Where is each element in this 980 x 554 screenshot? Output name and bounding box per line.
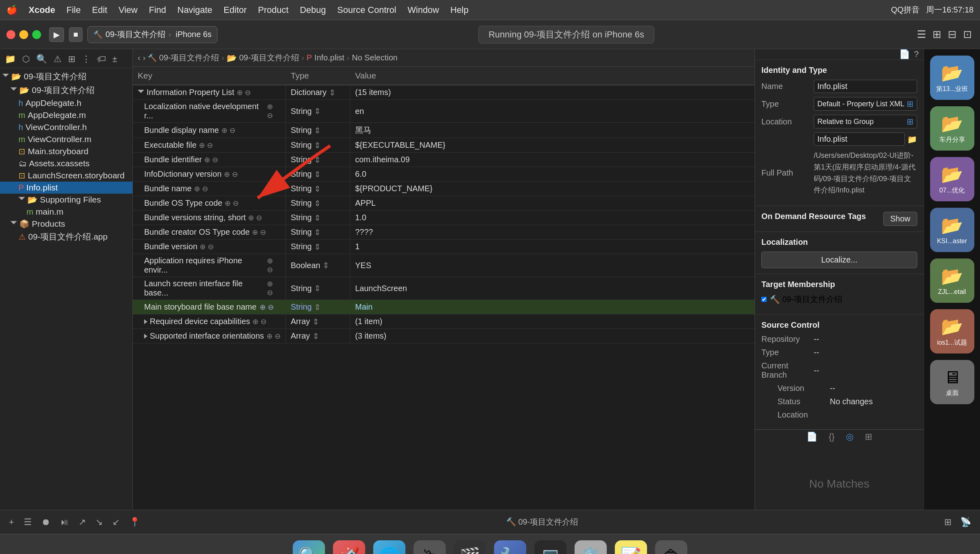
add-file-btn[interactable]: + [6, 515, 17, 529]
doc-inspector-icon[interactable]: 📄 [899, 49, 910, 60]
nav-item-main-m[interactable]: m main.m [0, 206, 132, 218]
name-field[interactable]: Info.plist [814, 80, 917, 93]
nav-icon-right[interactable]: › [143, 53, 146, 62]
menu-source-control[interactable]: Source Control [337, 5, 397, 15]
nav-item-products[interactable]: 📦 Products [0, 218, 132, 230]
doc-tab-btn[interactable]: 📄 [803, 430, 821, 444]
minimize-button[interactable] [19, 30, 28, 39]
menu-find[interactable]: Find [149, 5, 166, 15]
nav-item-assets[interactable]: 🗂 Assets.xcassets [0, 157, 132, 170]
dock-steermouse[interactable]: 🖱 [414, 540, 446, 554]
table-row[interactable]: Bundle versions string, short⊕ ⊖ String⇕… [133, 211, 755, 225]
dock-xcode[interactable]: 🔧 [494, 540, 526, 554]
breadcrumb-part-2[interactable]: 09-项目文件介绍 [239, 52, 299, 63]
nav-item-supporting-files[interactable]: 📂 Supporting Files [0, 194, 132, 206]
tags-icon[interactable]: 🏷 [95, 53, 108, 65]
folder-icon[interactable]: 📁 [3, 53, 17, 65]
grid-tab-btn[interactable]: ⊞ [862, 430, 875, 444]
table-row[interactable]: Application requires iPhone envir...⊕ ⊖ … [133, 254, 755, 277]
close-button[interactable] [6, 30, 15, 39]
diff-icon[interactable]: ± [111, 53, 119, 65]
dock-trash[interactable]: 🗑 [655, 540, 687, 554]
nav-item-launchscreen[interactable]: ⊡ LaunchScreen.storyboard [0, 170, 132, 182]
table-row[interactable]: Bundle OS Type code⊕ ⊖ String⇕ APPL [133, 196, 755, 211]
run-button[interactable]: ▶ [49, 27, 64, 42]
desktop-icon-0[interactable]: 📂 第13...业班 [930, 56, 974, 100]
dock-terminal[interactable]: 💻 [534, 540, 566, 554]
show-button[interactable]: Show [883, 212, 917, 226]
desktop-icon-4[interactable]: 📂 ZJL...etail [930, 258, 974, 303]
question-icon[interactable]: ? [914, 49, 919, 60]
file-name-field[interactable]: Info.plist [814, 132, 905, 146]
table-row[interactable]: Required device capabilities ⊕ ⊖ Array⇕ … [133, 314, 755, 329]
navigator-toggle-icon[interactable]: ☰ [915, 27, 928, 42]
step-over-btn[interactable]: ↗ [76, 515, 88, 529]
nav-item-viewcontroller-h[interactable]: h ViewController.h [0, 121, 132, 133]
row-expand-icon[interactable] [144, 334, 147, 339]
step-out-btn[interactable]: ↙ [110, 515, 122, 529]
layout-icon[interactable]: ⊞ [942, 515, 954, 529]
menu-file[interactable]: File [66, 5, 81, 15]
target-tab-btn[interactable]: ◎ [843, 430, 857, 444]
layout-icon-3[interactable]: ⊡ [961, 27, 974, 42]
plist-row-root[interactable]: Information Property List ⊕ ⊖ Dictionary… [133, 85, 755, 100]
desktop-icon-2[interactable]: 📂 07...优化 [930, 157, 974, 201]
nav-item-info-plist[interactable]: P Info.plist [0, 182, 132, 194]
menu-view[interactable]: View [118, 5, 137, 15]
plist-row-selected[interactable]: Main storyboard file base name ⊕ ⊖ Strin… [133, 300, 755, 314]
layout-icon-1[interactable]: ⊞ [931, 27, 943, 42]
nav-item-root[interactable]: 📂 09-项目文件介绍 [0, 70, 132, 83]
menu-product[interactable]: Product [258, 5, 289, 15]
table-row[interactable]: Executable file⊕ ⊖ String⇕ ${EXECUTABLE_… [133, 138, 755, 153]
maximize-button[interactable] [32, 30, 41, 39]
location-dropdown[interactable]: Relative to Group ⊞ [814, 115, 917, 128]
menu-help[interactable]: Help [451, 5, 469, 15]
table-row[interactable]: Bundle name⊕ ⊖ String⇕ ${PRODUCT_NAME} [133, 182, 755, 196]
layout-icon-2[interactable]: ⊟ [946, 27, 958, 42]
table-row[interactable]: Bundle version⊕ ⊖ String⇕ 1 [133, 240, 755, 254]
table-row[interactable]: Bundle identifier⊕ ⊖ String⇕ com.itheima… [133, 153, 755, 167]
location-btn[interactable]: 📍 [127, 515, 143, 529]
grid-icon[interactable]: ⊞ [66, 53, 77, 65]
menu-navigate[interactable]: Navigate [178, 5, 213, 15]
debug-console-btn[interactable]: ☰ [21, 515, 34, 529]
braces-tab-btn[interactable]: {} [825, 430, 838, 444]
step-into-btn[interactable]: ↘ [93, 515, 105, 529]
nav-item-appdelegate-h[interactable]: h AppDelegate.h [0, 97, 132, 109]
menu-xcode[interactable]: Xcode [29, 5, 55, 15]
stop-at-exceptions-btn[interactable]: ⏯ [58, 515, 71, 529]
breadcrumb-part-3[interactable]: Info.plist [314, 53, 344, 62]
menu-editor[interactable]: Editor [223, 5, 246, 15]
breadcrumb-icon[interactable]: 📡 [958, 515, 974, 529]
row-expand-icon[interactable] [138, 90, 144, 95]
breadcrumb-part-1[interactable]: 09-项目文件介绍 [159, 52, 219, 63]
menu-edit[interactable]: Edit [92, 5, 107, 15]
target-checkbox[interactable] [761, 297, 767, 302]
desktop-icon-1[interactable]: 📂 车丹分享 [930, 106, 974, 151]
table-row[interactable]: Launch screen interface file base...⊕ ⊖ … [133, 277, 755, 300]
menu-debug[interactable]: Debug [300, 5, 326, 15]
desktop-icon-3[interactable]: 📂 KSI...aster [930, 208, 974, 252]
menu-window[interactable]: Window [407, 5, 439, 15]
breakpoints-btn[interactable]: ⏺ [39, 515, 53, 529]
localize-button[interactable]: Localize... [761, 252, 917, 268]
filter-icon[interactable]: ⬡ [21, 53, 31, 65]
desktop-icon-5[interactable]: 📂 ios1...试题 [930, 309, 974, 353]
dock-safari[interactable]: 🌐 [373, 540, 405, 554]
nav-icon-left[interactable]: ‹ [138, 53, 141, 62]
nav-item-viewcontroller-m[interactable]: m ViewController.m [0, 133, 132, 145]
dock-launchpad[interactable]: 🚀 [333, 540, 365, 554]
table-row[interactable]: Bundle display name⊕ ⊖ String⇕ 黑马 [133, 123, 755, 138]
type-dropdown[interactable]: Default - Property List XML ⊞ [814, 97, 917, 111]
nav-item-subgroup[interactable]: 📂 09-项目文件介绍 [0, 83, 132, 97]
search-icon[interactable]: 🔍 [35, 53, 49, 65]
table-row[interactable]: Bundle creator OS Type code⊕ ⊖ String⇕ ?… [133, 225, 755, 240]
hierarchy-icon[interactable]: ⋮ [80, 53, 92, 65]
table-row[interactable]: Supported interface orientations ⊕ ⊖ Arr… [133, 329, 755, 343]
scheme-selector[interactable]: 🔨 09-项目文件介绍 › iPhone 6s [87, 26, 217, 43]
table-row[interactable]: Localization native development r...⊕ ⊖ … [133, 100, 755, 123]
nav-item-app[interactable]: ⚠ 09-项目文件介绍.app [0, 230, 132, 244]
folder-chooser-icon[interactable]: 📁 [907, 134, 917, 144]
warning-icon[interactable]: ⚠ [52, 53, 63, 65]
row-expand-icon[interactable] [144, 319, 147, 324]
